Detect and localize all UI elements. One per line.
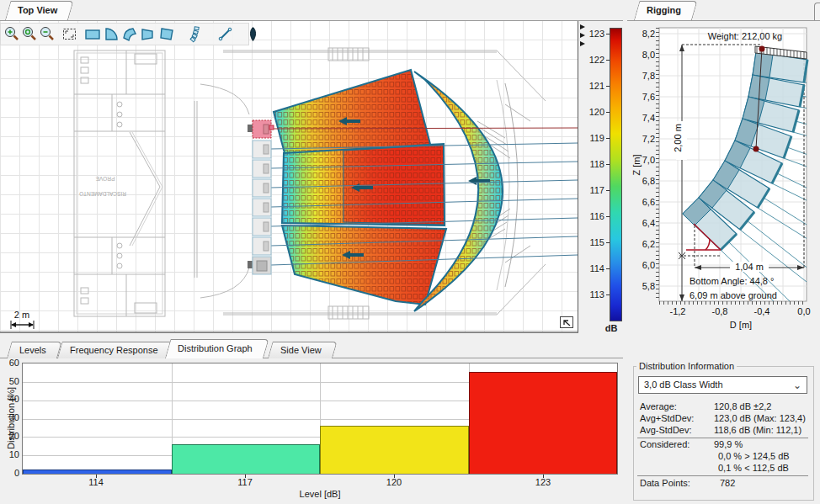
distribution-bar-117[interactable] (172, 444, 321, 474)
fit-view-button[interactable] (61, 24, 78, 44)
source-8[interactable] (248, 257, 271, 274)
draw-arc-segment-button[interactable] (120, 24, 139, 44)
svg-text:7,4: 7,4 (642, 113, 655, 123)
reset-view-arrow-icon (562, 318, 572, 326)
audience-zone-lower[interactable] (282, 225, 446, 305)
line-source-tool-button[interactable] (216, 24, 234, 44)
source-1-selected[interactable] (248, 120, 274, 138)
rigging-y-axis: 8,2 8,0 7,8 7,6 7,4 7,2 7,0 6,8 6,6 6,4 … (642, 29, 655, 291)
colorbar-tick: 118 (578, 159, 604, 169)
tab-partial[interactable] (814, 3, 820, 20)
colorbar-tick: 114 (578, 263, 604, 273)
source-3[interactable] (253, 160, 271, 178)
svg-text:6,2: 6,2 (642, 239, 655, 249)
chart-y-tick: 10 (2, 449, 19, 459)
tab-levels[interactable]: Levels (7, 342, 57, 358)
source-7[interactable] (253, 237, 271, 255)
stat-value: 0,1 % < 112,5 dB (718, 463, 789, 474)
zoom-out-icon (38, 25, 56, 43)
stairs-top (328, 48, 369, 61)
distribution-histogram (22, 363, 618, 475)
stat-label: Avg-StdDev: (640, 425, 692, 436)
svg-text:-1,2: -1,2 (670, 306, 686, 316)
zoom-reset-button[interactable] (20, 24, 38, 44)
source-5[interactable] (253, 199, 271, 216)
tab-side-view[interactable]: Side View (268, 342, 333, 358)
colorbar-tick: 123 (578, 29, 604, 39)
audience-zone-main[interactable] (282, 144, 445, 225)
chart-x-tick: 114 (79, 477, 113, 487)
line-source-tool-icon (216, 25, 234, 43)
chart-x-tick: 117 (228, 477, 262, 487)
width-dimension-label: 1,04 m (735, 262, 764, 272)
colorbar-tick: 116 (578, 211, 604, 221)
pick-point[interactable] (759, 46, 765, 52)
distribution-bar-114[interactable] (23, 470, 172, 474)
audience-areas (274, 70, 503, 311)
chart-y-tick: 60 (2, 358, 19, 368)
bottom-angle-label: Bottom Angle: 44,8 ° (690, 276, 774, 286)
svg-text:-0,8: -0,8 (712, 306, 728, 316)
svg-text:8,0: 8,0 (642, 50, 655, 60)
point-source-tool-icon (244, 25, 262, 43)
zoom-in-icon (3, 25, 20, 43)
stat-label: Data Points: (640, 478, 690, 489)
reset-view-button[interactable] (560, 316, 573, 328)
draw-quarter-circle-icon (102, 25, 120, 43)
stat-label: Considered: (640, 439, 690, 450)
stat-value: 123,0 dB (Max: 123,4) (714, 413, 806, 424)
tab-top-view-label: Top View (18, 5, 57, 15)
source-2[interactable] (253, 141, 271, 158)
draw-arc-segment-icon (120, 25, 139, 43)
stat-value: 120,8 dB ±2,2 (714, 401, 771, 412)
source-6[interactable] (253, 218, 271, 236)
venue-map-canvas: PROVE RISCALDAMENTO (0, 20, 578, 333)
venue-map[interactable]: PROVE RISCALDAMENTO (0, 20, 578, 333)
splitter-collapse-icon[interactable] (580, 41, 585, 46)
rigging-x-axis: -1,2 -0,8 -0,4 0,0 (670, 306, 811, 316)
svg-text:7,8: 7,8 (642, 71, 655, 81)
stat-label: Average: (640, 401, 677, 412)
source-4[interactable] (253, 179, 271, 197)
class-width-dropdown[interactable]: 3,0 dB Class Width ⌄ (638, 376, 807, 394)
audience-zone-upper[interactable] (274, 70, 431, 153)
line-array-tool-button[interactable] (187, 24, 205, 44)
fit-view-icon (61, 25, 78, 43)
draw-polygon-icon (157, 25, 176, 43)
svg-text:-0,4: -0,4 (754, 306, 770, 316)
zoom-out-button[interactable] (38, 24, 56, 44)
stat-value: 99,9 % (714, 439, 743, 450)
rigging-y-axis-label: Z [m] (631, 154, 642, 175)
tab-distribution-graph[interactable]: Distribution Graph (165, 339, 264, 358)
point-source-tool-button[interactable] (244, 24, 262, 44)
center-of-gravity-point[interactable] (753, 146, 759, 152)
zoom-in-button[interactable] (3, 24, 20, 44)
draw-polygon-button[interactable] (157, 24, 176, 44)
svg-text:7,6: 7,6 (642, 92, 655, 102)
stat-value: 0,0 % > 124,5 dB (718, 451, 790, 462)
tab-top-view[interactable]: Top View (5, 1, 68, 20)
chart-x-tick: 123 (526, 477, 560, 487)
colorbar-tick: 115 (578, 237, 604, 247)
svg-text:5,8: 5,8 (642, 281, 655, 291)
tab-frequency-response-label: Frequency Response (70, 345, 158, 355)
draw-trapezoid-button[interactable] (139, 24, 157, 44)
plan-room-label-prove: PROVE (95, 176, 114, 182)
stat-value: 782 (720, 478, 735, 489)
draw-rectangle-button[interactable] (83, 24, 102, 44)
chart-x-axis-label: Level [dB] (22, 489, 618, 499)
draw-trapezoid-icon (139, 25, 157, 43)
tab-rigging-label: Rigging (647, 5, 681, 15)
tab-rigging[interactable]: Rigging (634, 1, 692, 20)
tab-frequency-response[interactable]: Frequency Response (57, 342, 169, 358)
distribution-bar-123[interactable] (469, 372, 618, 474)
draw-quarter-circle-button[interactable] (102, 24, 120, 44)
above-ground-label: 6,09 m above ground (690, 290, 777, 300)
chart-x-tick: 120 (377, 477, 411, 487)
stat-label: Avg+StdDev: (640, 413, 694, 424)
svg-text:8,2: 8,2 (642, 29, 655, 39)
colorbar-tick: 113 (578, 289, 604, 300)
top-view-panel: Top View (0, 0, 623, 340)
distribution-bar-120[interactable] (320, 426, 469, 474)
svg-text:6,0: 6,0 (642, 260, 655, 270)
